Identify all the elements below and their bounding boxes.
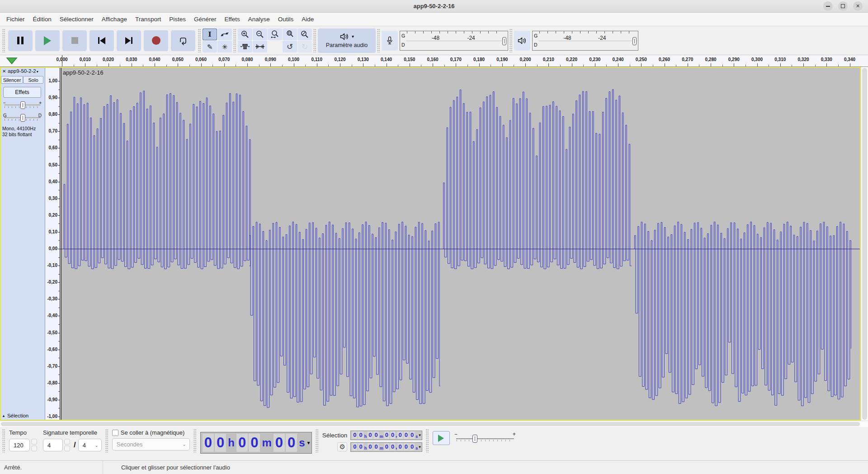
undo-button[interactable]: ↺ — [283, 41, 297, 52]
timesig-lower-select[interactable]: 4⌄ — [78, 439, 102, 451]
zoom-in-button[interactable] — [238, 28, 252, 40]
trim-outside-selection-button[interactable] — [238, 41, 252, 52]
play-at-speed-button[interactable] — [433, 431, 450, 445]
record-volume-slider[interactable] — [502, 37, 506, 45]
zoom-fit-selection-button[interactable] — [268, 28, 282, 40]
waveform-view[interactable]: app9-50-2-2-16 — [60, 67, 861, 421]
menu-item-transport[interactable]: Transport — [131, 16, 165, 23]
track-close-button[interactable]: ✕ — [2, 69, 6, 74]
horizontal-scrollbar-thumb[interactable] — [1, 422, 860, 426]
zoom-toggle-button[interactable] — [297, 28, 312, 40]
redo-button[interactable]: ↻ — [297, 41, 312, 52]
vertical-scrollbar[interactable] — [861, 67, 868, 421]
timesig-spin-up[interactable] — [64, 439, 70, 445]
tempo-input[interactable]: 120 — [9, 439, 30, 451]
waveform-canvas[interactable] — [60, 67, 861, 421]
timesig-spin-down[interactable] — [64, 446, 70, 451]
speed-slider-handle[interactable] — [472, 435, 477, 443]
snap-toolbar-grip[interactable] — [105, 429, 108, 453]
menu-item-analyse[interactable]: Analyse — [244, 16, 274, 23]
time-display-grip[interactable] — [193, 429, 197, 453]
snap-checkbox[interactable] — [112, 430, 118, 436]
playback-volume-slider[interactable] — [632, 37, 637, 45]
tempo-spin-down[interactable] — [31, 446, 37, 451]
record-icon — [152, 36, 160, 45]
audio-setup-grip[interactable] — [313, 29, 316, 52]
pan-slider[interactable]: G D — [3, 113, 42, 122]
play-meter-grip[interactable] — [509, 29, 513, 52]
record-meter-button[interactable] — [382, 31, 398, 51]
pause-button[interactable] — [8, 30, 33, 51]
selection-settings-button[interactable]: ⚙ — [337, 442, 347, 451]
solo-button[interactable]: Solo — [23, 76, 43, 84]
menu-item-fichier[interactable]: Fichier — [2, 16, 29, 23]
loop-button[interactable] — [171, 30, 195, 51]
playback-speed-slider[interactable]: − + — [453, 431, 517, 445]
transport-toolbar-grip[interactable] — [2, 29, 5, 52]
edit-toolbar-grip[interactable] — [233, 29, 236, 52]
zoom-fit-project-button[interactable] — [283, 28, 297, 40]
menu-item-effets[interactable]: Effets — [220, 16, 244, 23]
menu-item-outils[interactable]: Outils — [274, 16, 298, 23]
vruler-tick — [58, 316, 60, 316]
effects-button[interactable]: Effets — [3, 87, 41, 98]
close-button[interactable]: ✕ — [853, 1, 863, 11]
selection-toolbar-grip[interactable] — [316, 429, 319, 453]
vruler-tick — [58, 417, 60, 417]
selection-start-field[interactable]: 00h00m00,000s▾ — [350, 431, 422, 440]
menu-item-pistes[interactable]: Pistes — [165, 16, 190, 23]
timeline-tick-major — [201, 63, 202, 66]
tool-draw-button[interactable]: ✎ — [203, 41, 217, 52]
menu-item-selectionner[interactable]: Sélectionner — [56, 16, 98, 23]
snap-unit-select[interactable]: Secondes⌄ — [112, 438, 190, 450]
skip-to-start-button[interactable] — [90, 30, 114, 51]
play-button[interactable] — [35, 30, 60, 51]
timesig-upper-input[interactable]: 4 — [43, 439, 63, 451]
pinned-play-head-icon[interactable] — [5, 57, 18, 65]
record-button[interactable] — [144, 30, 168, 51]
horizontal-scrollbar[interactable] — [0, 421, 868, 427]
track-control-panel[interactable]: ✕ app9-50-2-2▾ Silencer Solo Effets − + … — [0, 67, 45, 421]
silence-selection-button[interactable] — [253, 41, 267, 52]
mute-button[interactable]: Silencer — [1, 76, 23, 84]
vertical-scrollbar-thumb[interactable] — [862, 68, 867, 420]
track-name-dropdown[interactable]: app9-50-2-2▾ — [8, 68, 44, 74]
menu-item-affichage[interactable]: Affichage — [98, 16, 131, 23]
stop-button[interactable] — [62, 30, 87, 51]
track-selection-footer[interactable]: ▲ Sélection — [2, 413, 28, 418]
playback-meter-bar[interactable]: G D -48 -24 — [532, 31, 638, 51]
zoom-out-button[interactable] — [253, 28, 267, 40]
tool-selection-button[interactable]: I — [203, 28, 217, 40]
tools-toolbar-grip[interactable] — [198, 29, 201, 52]
tempo-spin-up[interactable] — [31, 439, 37, 445]
pan-slider-handle[interactable] — [20, 114, 25, 122]
skip-to-end-button[interactable] — [117, 30, 141, 51]
tool-multi-button[interactable]: ✳ — [217, 41, 232, 52]
vertical-scale-ruler[interactable]: 1,000,900,800,700,600,500,400,300,200,10… — [45, 67, 60, 421]
menu-item-generer[interactable]: Générer — [190, 16, 221, 23]
menu-item-edition[interactable]: Édition — [29, 16, 56, 23]
vruler-tick — [58, 199, 60, 199]
tool-envelope-button[interactable] — [217, 28, 232, 40]
selection-end-field[interactable]: 00h00m00,000s▾ — [350, 442, 422, 452]
audio-position-display[interactable]: 00h00m00s▾ — [200, 432, 312, 454]
timeline-tick-major — [850, 63, 850, 66]
timeline-tick-major — [479, 63, 480, 66]
timeline-tick-label: 0,290 — [728, 57, 740, 62]
tempo-spinner[interactable] — [31, 439, 37, 451]
maximize-button[interactable] — [838, 1, 848, 11]
gain-slider-handle[interactable] — [20, 101, 25, 109]
timesig-spinner[interactable] — [64, 439, 70, 451]
menu-item-aide[interactable]: Aide — [297, 16, 318, 23]
audio-setup-button[interactable]: ▾ Paramètre audio — [318, 28, 376, 53]
record-meter-bar[interactable]: G D -48 -24 — [400, 31, 508, 51]
timeline-ruler[interactable]: 0,0000,0100,0200,0300,0400,0500,0600,070… — [0, 55, 868, 67]
minimize-button[interactable] — [823, 1, 833, 11]
vruler-tick-minor — [58, 173, 60, 174]
time-toolbar-grip[interactable] — [2, 429, 5, 453]
play-at-speed-grip[interactable] — [426, 429, 429, 453]
playback-meter-button[interactable] — [514, 31, 530, 51]
vruler-tick — [58, 114, 60, 115]
gain-slider[interactable]: − + — [3, 100, 42, 109]
record-meter-grip[interactable] — [377, 29, 380, 52]
